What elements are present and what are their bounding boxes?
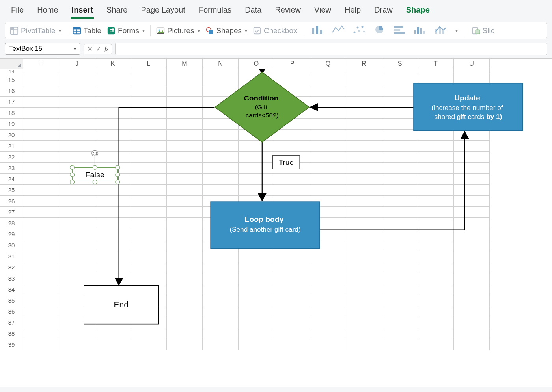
cell[interactable] xyxy=(167,108,203,119)
tab-data[interactable]: Data xyxy=(244,4,262,19)
cell[interactable] xyxy=(346,273,382,284)
cell[interactable] xyxy=(203,69,239,74)
cell[interactable] xyxy=(239,130,274,141)
column-header[interactable]: N xyxy=(203,59,239,69)
cell[interactable] xyxy=(167,174,203,185)
cell[interactable] xyxy=(23,141,59,152)
cell[interactable] xyxy=(95,328,131,339)
cell[interactable] xyxy=(95,119,131,130)
cell[interactable] xyxy=(59,141,95,152)
row-header[interactable]: 37 xyxy=(0,317,23,328)
cell[interactable] xyxy=(95,284,131,295)
cell[interactable] xyxy=(131,251,167,262)
cell[interactable] xyxy=(131,74,167,85)
cell[interactable] xyxy=(95,69,131,74)
cell[interactable] xyxy=(346,207,382,218)
cell[interactable] xyxy=(346,85,382,97)
cell[interactable] xyxy=(274,141,310,152)
cell[interactable] xyxy=(310,295,346,306)
cell[interactable] xyxy=(59,317,95,328)
cell[interactable] xyxy=(310,152,346,163)
row-header[interactable]: 15 xyxy=(0,74,23,85)
cell[interactable] xyxy=(454,339,490,350)
cell[interactable] xyxy=(23,207,59,218)
cell[interactable] xyxy=(59,328,95,339)
cell[interactable] xyxy=(239,152,274,163)
cell[interactable] xyxy=(95,141,131,152)
column-header[interactable]: P xyxy=(274,59,310,69)
cell[interactable] xyxy=(310,85,346,97)
cancel-icon[interactable]: ✕ xyxy=(87,45,93,53)
cell[interactable] xyxy=(95,196,131,207)
cell[interactable] xyxy=(454,97,490,108)
cell[interactable] xyxy=(23,328,59,339)
column-header[interactable]: I xyxy=(23,59,59,69)
tab-share[interactable]: Share xyxy=(106,4,128,19)
cell[interactable] xyxy=(167,85,203,97)
cell[interactable] xyxy=(382,196,418,207)
cell[interactable] xyxy=(418,69,454,74)
cell[interactable] xyxy=(346,130,382,141)
cell[interactable] xyxy=(59,284,95,295)
cell[interactable] xyxy=(239,185,274,196)
line-chart-icon[interactable] xyxy=(332,24,345,37)
cell[interactable] xyxy=(23,174,59,185)
cell[interactable] xyxy=(274,69,310,74)
row-header[interactable]: 33 xyxy=(0,273,23,284)
cell[interactable] xyxy=(167,196,203,207)
cell[interactable] xyxy=(346,163,382,174)
cell[interactable] xyxy=(23,317,59,328)
row-header[interactable]: 36 xyxy=(0,306,23,317)
shapes-button[interactable]: Shapes ▾ xyxy=(205,26,247,35)
cell[interactable] xyxy=(274,74,310,85)
cell[interactable] xyxy=(346,141,382,152)
cell[interactable] xyxy=(203,119,239,130)
cell[interactable] xyxy=(274,251,310,262)
cell[interactable] xyxy=(59,229,95,240)
cell[interactable] xyxy=(59,74,95,85)
select-all-corner[interactable] xyxy=(0,59,23,69)
pictures-button[interactable]: Pictures ▾ xyxy=(156,26,200,35)
cell[interactable] xyxy=(131,185,167,196)
cell[interactable] xyxy=(167,207,203,218)
cell[interactable] xyxy=(203,141,239,152)
cell[interactable] xyxy=(454,229,490,240)
cell[interactable] xyxy=(59,240,95,251)
cell[interactable] xyxy=(418,317,454,328)
cell[interactable] xyxy=(23,119,59,130)
cell[interactable] xyxy=(131,306,167,317)
cell[interactable] xyxy=(203,218,239,229)
cell[interactable] xyxy=(274,163,310,174)
cell[interactable] xyxy=(203,207,239,218)
column-header[interactable]: L xyxy=(131,59,167,69)
cell[interactable] xyxy=(274,339,310,350)
cell[interactable] xyxy=(95,240,131,251)
column-header[interactable]: U xyxy=(454,59,490,69)
row-header[interactable]: 19 xyxy=(0,119,23,130)
table-button[interactable]: Table xyxy=(73,26,101,35)
cell[interactable] xyxy=(131,229,167,240)
cell[interactable] xyxy=(418,207,454,218)
cell[interactable] xyxy=(382,229,418,240)
cell[interactable] xyxy=(310,317,346,328)
cell[interactable] xyxy=(23,185,59,196)
cell[interactable] xyxy=(203,284,239,295)
cell[interactable] xyxy=(95,273,131,284)
cell[interactable] xyxy=(418,141,454,152)
cell[interactable] xyxy=(131,130,167,141)
cell[interactable] xyxy=(310,339,346,350)
cell[interactable] xyxy=(346,218,382,229)
cell[interactable] xyxy=(131,273,167,284)
cell[interactable] xyxy=(23,108,59,119)
cell[interactable] xyxy=(131,218,167,229)
cell[interactable] xyxy=(131,317,167,328)
cell[interactable] xyxy=(239,328,274,339)
cell[interactable] xyxy=(95,108,131,119)
cell[interactable] xyxy=(310,229,346,240)
cell[interactable] xyxy=(382,273,418,284)
column-header[interactable]: S xyxy=(382,59,418,69)
cell[interactable] xyxy=(203,229,239,240)
cell[interactable] xyxy=(454,130,490,141)
cell[interactable] xyxy=(239,196,274,207)
cell[interactable] xyxy=(382,295,418,306)
